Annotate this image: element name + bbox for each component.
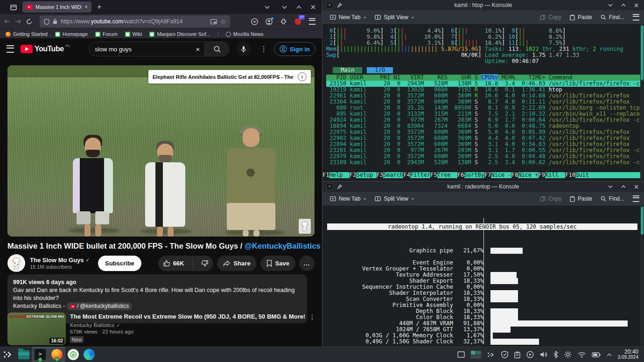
- htop-tab-main[interactable]: Main: [333, 67, 362, 73]
- brightness-icon[interactable]: [564, 351, 572, 358]
- more-actions-button[interactable]: ...: [299, 256, 315, 271]
- bookmark-item[interactable]: Getting Started: [6, 31, 48, 37]
- virtual-desktop-pager[interactable]: [471, 351, 481, 359]
- player-overlay-card[interactable]: Elephant Rifle Annihilates Ballistic Gel…: [148, 70, 311, 84]
- fkey-f2[interactable]: F2: [350, 172, 356, 178]
- share-button[interactable]: Share: [217, 256, 256, 271]
- forward-icon[interactable]: [15, 19, 21, 24]
- find-button[interactable]: Find...: [598, 195, 627, 202]
- security-shield-icon[interactable]: [501, 351, 508, 358]
- bookmark-item[interactable]: Manjaro Discover Sof...: [149, 31, 210, 37]
- htop-terminal[interactable]: 0[||| 9.0%] 3[|| 4.4%] 6[||| 10.1%] 9[||…: [322, 24, 640, 181]
- htop-titlebar[interactable]: kamil : htop — Konsole >: [322, 0, 644, 10]
- related-kebab-icon[interactable]: ⋮: [309, 313, 315, 345]
- related-channel[interactable]: Kentucky Ballistics✓: [70, 322, 305, 328]
- maximize-icon[interactable]: [621, 185, 626, 188]
- fkey-f1[interactable]: F1: [322, 172, 329, 178]
- package-manager-button[interactable]: [65, 347, 81, 362]
- konsole-task-button[interactable]: >: [32, 347, 49, 362]
- fkey-f6[interactable]: F6: [457, 172, 464, 178]
- process-row[interactable]: 23189 kamil 20 0 2943M 528M 138M S 2.5 3…: [326, 160, 640, 166]
- sign-in-button[interactable]: Sign in: [274, 42, 315, 56]
- app-launcher-button[interactable]: [0, 347, 16, 362]
- youtube-logo[interactable]: YouTube PL: [21, 45, 70, 53]
- function-key-bar[interactable]: F1Help F2Setup F3SearchF4FilterF5Tree F6…: [322, 172, 640, 178]
- htop-scrollbar[interactable]: [640, 24, 644, 181]
- video-player[interactable]: Elephant Rifle Annihilates Ballistic Gel…: [7, 65, 315, 237]
- radeontop-scrollbar[interactable]: [640, 206, 644, 347]
- maximize-icon[interactable]: [621, 4, 626, 7]
- tray-expand-icon[interactable]: [607, 353, 612, 356]
- manjaro-settings-icon[interactable]: [487, 351, 495, 358]
- clock[interactable]: 20:40 3.09.2024: [618, 349, 639, 360]
- fkey-f10[interactable]: F10: [565, 172, 575, 178]
- reload-icon[interactable]: [26, 19, 32, 25]
- search-button[interactable]: [204, 42, 229, 56]
- radeontop-titlebar[interactable]: kamil : radeontop — Konsole >: [322, 181, 644, 192]
- channel-mention-chip[interactable]: / @kentuckyballistics: [67, 302, 133, 310]
- radeontop-terminal[interactable]: radeontop 1.4, running on RENOIR bus 05,…: [322, 206, 640, 347]
- fkey-f8[interactable]: F8: [511, 172, 518, 178]
- edge-button[interactable]: [81, 347, 97, 362]
- new-tab-button[interactable]: New Tab: [327, 14, 369, 21]
- url-bar[interactable]: https://www.youtube.com/watch?v=cQ9jA9Fa…: [40, 15, 230, 28]
- wifi-icon[interactable]: [578, 352, 586, 358]
- firefox-menu-icon[interactable]: [309, 18, 315, 25]
- konsole-menu-icon[interactable]: [633, 195, 639, 202]
- related-title[interactable]: The Most Extreme Recoil vs Extreme Slow …: [70, 313, 305, 320]
- pocket-icon[interactable]: [251, 18, 258, 25]
- split-view-button[interactable]: Split View: [372, 14, 417, 21]
- bookmark-item[interactable]: Homepage: [55, 31, 88, 37]
- search-input[interactable]: [89, 46, 191, 53]
- related-thumbnail[interactable]: EXTREME RECOIL EXTREME SLOW MO 16:02: [7, 313, 66, 345]
- tab-close-icon[interactable]: ×: [84, 4, 88, 10]
- channel-watermark[interactable]: [299, 219, 311, 234]
- bookmark-item[interactable]: Wiki: [125, 31, 142, 37]
- picture-in-picture-icon[interactable]: [210, 19, 217, 24]
- copy-button[interactable]: Copy: [537, 14, 564, 21]
- konsole-menu-icon[interactable]: [633, 14, 639, 21]
- search-box[interactable]: ×: [89, 42, 230, 56]
- volume-icon[interactable]: [540, 351, 547, 358]
- bookmark-item[interactable]: Forum: [95, 31, 118, 37]
- show-desktop-icon[interactable]: [457, 351, 465, 358]
- fkey-f7[interactable]: F7: [484, 172, 491, 178]
- firefox-task-button[interactable]: [49, 347, 65, 362]
- media-player-icon[interactable]: [526, 351, 534, 358]
- subscribe-button[interactable]: Subscribe: [98, 256, 141, 271]
- bookmark-item[interactable]: Mozilla News: [226, 31, 264, 37]
- clipboard-icon[interactable]: [514, 351, 520, 358]
- youtube-menu-icon[interactable]: [7, 45, 14, 53]
- like-button[interactable]: 66K: [158, 260, 189, 267]
- related-video-item[interactable]: EXTREME RECOIL EXTREME SLOW MO 16:02 The…: [7, 313, 315, 345]
- new-tab-button[interactable]: New Tab: [327, 195, 369, 202]
- konsole-icon[interactable]: >: [326, 2, 333, 8]
- video-title-handle-link[interactable]: @KentuckyBallistics: [245, 242, 321, 250]
- battery-icon[interactable]: [592, 352, 601, 357]
- extension-icon[interactable]: [280, 18, 287, 25]
- find-button[interactable]: Find...: [598, 14, 627, 21]
- htop-tab-io[interactable]: I/O: [367, 67, 393, 73]
- bookmark-star-icon[interactable]: ☆: [220, 18, 226, 25]
- fkey-f9[interactable]: F9: [539, 172, 545, 178]
- back-icon[interactable]: [4, 19, 10, 24]
- channel-name[interactable]: The Slow Mo Guys✓: [30, 257, 90, 264]
- account-icon[interactable]: [266, 18, 273, 25]
- fkey-f3[interactable]: F3: [377, 172, 383, 178]
- pin-icon[interactable]: [337, 184, 342, 189]
- ublock-icon[interactable]: 27: [294, 18, 301, 25]
- firefox-view-icon[interactable]: [10, 4, 17, 10]
- konsole-icon[interactable]: >: [326, 183, 333, 190]
- lock-icon[interactable]: [53, 19, 57, 24]
- voice-search-icon[interactable]: [236, 42, 251, 56]
- paste-button[interactable]: Paste: [567, 195, 595, 202]
- copy-button[interactable]: Copy: [537, 195, 564, 202]
- youtube-kebab-icon[interactable]: ⋮: [260, 45, 267, 53]
- close-icon[interactable]: [634, 3, 638, 7]
- close-icon[interactable]: [634, 185, 638, 189]
- bluetooth-icon[interactable]: [553, 351, 558, 358]
- tracking-shield-icon[interactable]: [44, 19, 49, 25]
- maximize-icon[interactable]: [296, 6, 301, 9]
- fkey-f5[interactable]: F5: [430, 172, 437, 178]
- minimize-icon[interactable]: [608, 185, 613, 188]
